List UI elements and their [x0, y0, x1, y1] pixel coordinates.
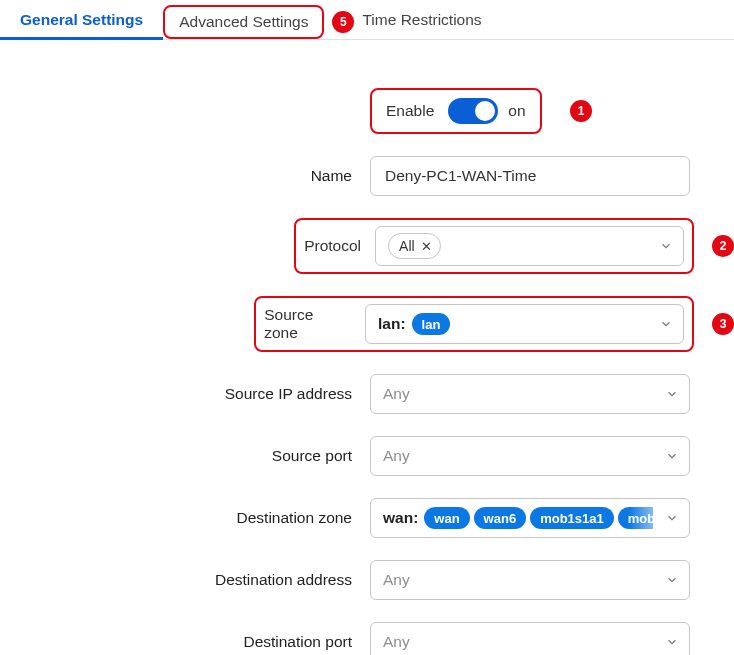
protocol-label: Protocol — [304, 237, 361, 255]
src-port-placeholder: Any — [383, 447, 410, 465]
dst-zone-label: Destination zone — [0, 509, 356, 527]
dst-zone-pill-mob1s1a1: mob1s1a1 — [530, 507, 614, 529]
protocol-tag-text: All — [399, 238, 415, 254]
dst-zone-prefix: wan: — [383, 509, 418, 527]
enable-state: on — [508, 102, 525, 120]
chevron-down-icon — [665, 387, 679, 401]
dst-zone-pill-wan: wan — [424, 507, 469, 529]
enable-toggle[interactable] — [448, 98, 498, 124]
protocol-select[interactable]: All ✕ — [375, 226, 684, 266]
callout-badge-3: 3 — [712, 313, 734, 335]
name-input-wrap — [370, 156, 690, 196]
src-zone-label: Source zone — [264, 306, 351, 342]
src-zone-pill-lan: lan — [412, 313, 451, 335]
name-label: Name — [0, 167, 356, 185]
dst-port-select[interactable]: Any — [370, 622, 690, 655]
src-port-label: Source port — [0, 447, 356, 465]
dst-addr-placeholder: Any — [383, 571, 410, 589]
callout-badge-1: 1 — [570, 100, 592, 122]
src-ip-label: Source IP address — [0, 385, 356, 403]
src-ip-placeholder: Any — [383, 385, 410, 403]
callout-badge-5: 5 — [332, 11, 354, 33]
chevron-down-icon — [665, 449, 679, 463]
dst-port-label: Destination port — [0, 633, 356, 651]
dst-addr-label: Destination address — [0, 571, 356, 589]
dst-zone-pill-wan6: wan6 — [474, 507, 527, 529]
callout-badge-2: 2 — [712, 235, 734, 257]
name-input[interactable] — [383, 166, 677, 186]
tab-advanced[interactable]: Advanced Settings — [163, 5, 324, 39]
chevron-down-icon — [665, 511, 679, 525]
dst-port-placeholder: Any — [383, 633, 410, 651]
protocol-tag: All ✕ — [388, 233, 441, 259]
chevron-down-icon — [659, 239, 673, 253]
tabs-bar: General Settings Advanced Settings 5 Tim… — [0, 0, 734, 40]
src-zone-select[interactable]: lan: lan — [365, 304, 684, 344]
enable-label: Enable — [386, 102, 434, 120]
dst-zone-pill-mob-fade: mob1 — [618, 507, 653, 529]
settings-form: Enable on 1 Name Protocol All ✕ — [0, 88, 734, 655]
chevron-down-icon — [659, 317, 673, 331]
dst-zone-select[interactable]: wan: wan wan6 mob1s1a1 mob1 — [370, 498, 690, 538]
tab-time-restrictions[interactable]: Time Restrictions — [354, 1, 501, 39]
chevron-down-icon — [665, 573, 679, 587]
src-port-select[interactable]: Any — [370, 436, 690, 476]
tab-general[interactable]: General Settings — [0, 1, 163, 39]
protocol-tag-remove[interactable]: ✕ — [421, 239, 432, 254]
src-ip-select[interactable]: Any — [370, 374, 690, 414]
dst-addr-select[interactable]: Any — [370, 560, 690, 600]
chevron-down-icon — [665, 635, 679, 649]
src-zone-prefix: lan: — [378, 315, 406, 333]
